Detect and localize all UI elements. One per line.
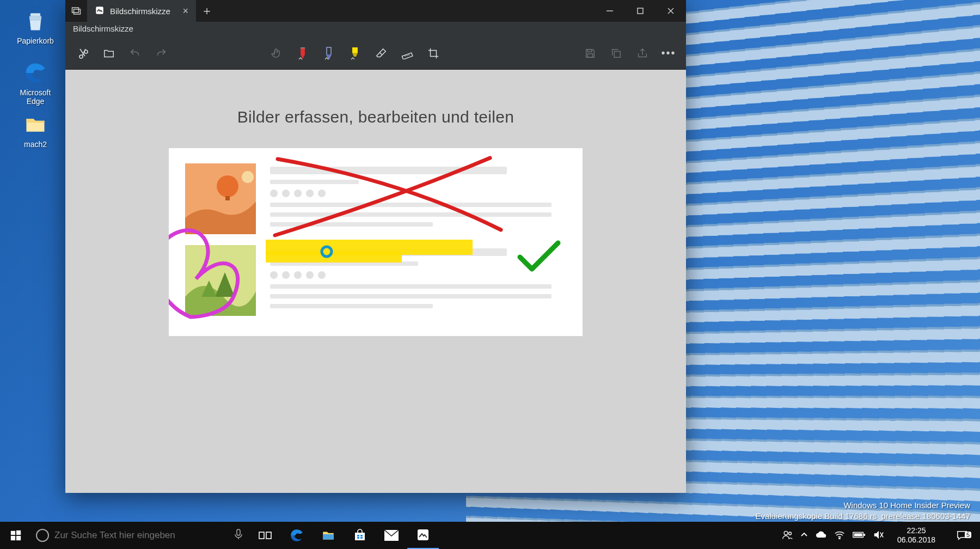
svg-point-39 [788, 532, 791, 535]
new-snip-button[interactable] [71, 41, 95, 65]
tab-preview-icon[interactable] [65, 0, 87, 22]
action-center-button[interactable]: 5 [948, 529, 976, 541]
svg-rect-30 [266, 532, 271, 539]
svg-rect-31 [355, 533, 365, 540]
maximize-button[interactable] [625, 0, 656, 22]
redo-button[interactable] [149, 41, 173, 65]
volume-icon[interactable] [873, 530, 884, 541]
taskbar-search[interactable] [32, 522, 249, 549]
clock-time: 22:25 [897, 526, 935, 535]
svg-rect-10 [301, 47, 305, 48]
people-icon[interactable] [782, 529, 793, 542]
thumb-landscape [185, 245, 256, 316]
svg-rect-25 [16, 530, 21, 535]
pencil-button[interactable] [317, 41, 341, 65]
open-button[interactable] [97, 41, 121, 65]
onedrive-icon[interactable] [816, 531, 826, 540]
app-icon [95, 5, 105, 17]
system-tray: 22:25 06.06.2018 5 [777, 522, 980, 549]
watermark-line1: Windows 10 Home Insider Preview [756, 500, 970, 511]
tab-title: Bildschirmskizze [110, 7, 170, 16]
taskbar-clock[interactable]: 22:25 06.06.2018 [892, 526, 941, 545]
taskbar-store[interactable] [344, 522, 376, 549]
taskbar: 22:25 06.06.2018 5 [0, 522, 980, 549]
more-button[interactable]: ••• [657, 41, 681, 65]
watermark-line2: Evaluierungskopie Build 17686.rs_prerele… [756, 511, 970, 522]
close-button[interactable] [656, 0, 686, 22]
eraser-button[interactable] [369, 41, 393, 65]
canvas-title: Bilder erfassen, bearbeiten und teilen [237, 108, 514, 126]
crop-button[interactable] [421, 41, 445, 65]
tab-active[interactable]: Bildschirmskizze × [87, 0, 196, 22]
recycle-bin-icon [22, 8, 48, 34]
mic-icon[interactable] [234, 529, 245, 542]
svg-rect-26 [11, 536, 15, 540]
svg-point-38 [784, 531, 788, 535]
canvas-area[interactable]: Bilder erfassen, bearbeiten und teilen [65, 70, 686, 493]
svg-rect-29 [259, 532, 264, 539]
ballpoint-pen-button[interactable] [291, 41, 315, 65]
start-button[interactable] [0, 522, 32, 549]
svg-rect-34 [357, 537, 359, 539]
desktop-icon-label: Microsoft Edge [14, 88, 57, 106]
svg-rect-15 [614, 51, 620, 57]
svg-rect-5 [638, 8, 643, 14]
pen-blue-icon [323, 46, 335, 60]
save-button[interactable] [578, 41, 602, 65]
svg-rect-1 [72, 8, 79, 13]
desktop-icon-label: Papierkorb [17, 36, 54, 45]
svg-rect-27 [16, 536, 21, 540]
desktop-icon-edge[interactable]: Microsoft Edge [14, 60, 57, 106]
folder-icon [22, 112, 48, 138]
task-view-button[interactable] [249, 522, 281, 549]
copy-button[interactable] [604, 41, 628, 65]
svg-rect-42 [854, 533, 862, 536]
clock-date: 06.06.2018 [897, 535, 935, 545]
edge-icon [22, 60, 48, 86]
desktop-icon-recycle-bin[interactable]: Papierkorb [14, 8, 57, 45]
svg-rect-18 [225, 196, 230, 200]
taskbar-explorer[interactable] [313, 522, 344, 549]
battery-icon[interactable] [853, 531, 866, 540]
svg-rect-13 [587, 49, 591, 52]
cortana-icon [36, 529, 49, 542]
tab-close-icon[interactable]: × [182, 5, 188, 17]
pen-red-icon [297, 46, 309, 60]
search-input[interactable] [54, 530, 229, 541]
wifi-icon[interactable] [834, 530, 845, 541]
taskbar-mail[interactable] [376, 522, 407, 549]
windows-watermark: Windows 10 Home Insider Preview Evaluier… [756, 500, 970, 522]
svg-point-19 [242, 171, 254, 183]
titlebar: Bildschirmskizze × ＋ [65, 0, 686, 22]
svg-point-40 [839, 538, 840, 539]
notification-count: 5 [965, 532, 971, 538]
highlighter-icon [349, 46, 361, 60]
taskbar-apps [249, 522, 439, 549]
svg-rect-28 [237, 529, 240, 535]
svg-rect-32 [357, 535, 359, 536]
toolbar: ••• [65, 37, 686, 70]
taskbar-edge[interactable] [281, 522, 313, 549]
svg-rect-0 [30, 13, 40, 16]
svg-rect-2 [74, 9, 81, 14]
svg-rect-43 [863, 534, 865, 536]
undo-button[interactable] [123, 41, 147, 65]
svg-rect-24 [11, 531, 15, 535]
share-button[interactable] [630, 41, 654, 65]
tray-chevron-up-icon[interactable] [800, 531, 808, 540]
new-tab-button[interactable]: ＋ [196, 0, 218, 22]
desktop-icon-mach2[interactable]: mach2 [14, 112, 57, 149]
illustration-card [169, 148, 583, 336]
svg-rect-35 [360, 537, 363, 539]
ruler-button[interactable] [395, 41, 419, 65]
svg-point-17 [217, 175, 238, 197]
svg-rect-14 [587, 53, 592, 57]
taskbar-screen-sketch[interactable] [407, 522, 439, 549]
svg-rect-11 [352, 47, 358, 53]
svg-rect-33 [360, 535, 363, 536]
thumb-balloon [185, 163, 256, 234]
highlighter-button[interactable] [343, 41, 367, 65]
svg-rect-12 [402, 52, 412, 59]
minimize-button[interactable] [595, 0, 625, 22]
touch-writing-button[interactable] [265, 41, 289, 65]
